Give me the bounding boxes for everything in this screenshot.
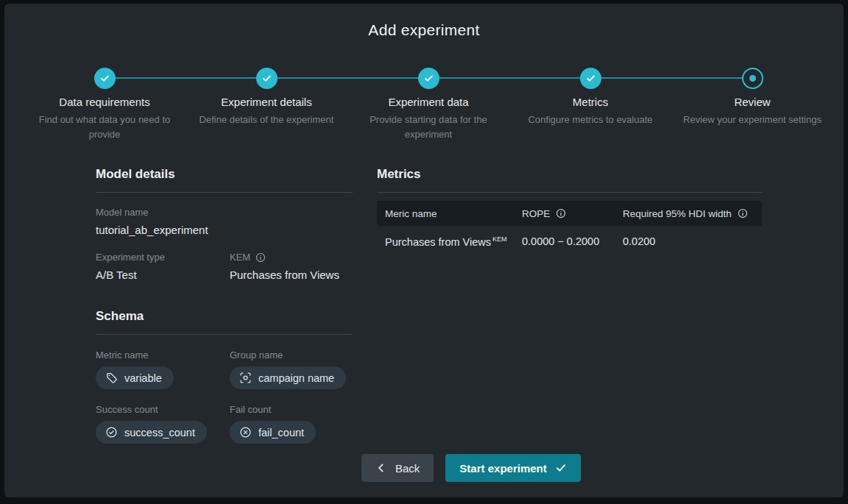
step-complete-icon bbox=[256, 68, 278, 89]
step-label: Review bbox=[734, 96, 770, 108]
metric-row-rope: 0.0000 − 0.2000 bbox=[522, 235, 623, 247]
wizard-footer: Back Start experiment bbox=[361, 454, 581, 482]
kem-superscript: KEM bbox=[492, 235, 507, 243]
page-title: Add experiment bbox=[4, 21, 844, 39]
check-circle-icon bbox=[105, 426, 118, 439]
info-icon[interactable] bbox=[556, 208, 566, 219]
column-hdi-width-label: Required 95% HDI width bbox=[623, 208, 732, 219]
fail-count-chip: fail_count bbox=[230, 421, 316, 444]
step-description: Provide starting data for the experiment bbox=[355, 113, 502, 141]
column-rope-label: ROPE bbox=[522, 208, 550, 219]
experiment-type-value: A/B Test bbox=[96, 269, 230, 281]
step-track bbox=[509, 67, 671, 89]
info-icon[interactable] bbox=[738, 208, 748, 219]
step-track bbox=[671, 67, 833, 89]
step-current-dot bbox=[749, 75, 756, 82]
column-metric-name-label: Meric name bbox=[385, 208, 437, 219]
metric-row-name: Purchases from ViewsKEM bbox=[385, 235, 522, 248]
step-label: Experiment data bbox=[388, 96, 468, 108]
experiment-type-label: Experiment type bbox=[96, 252, 230, 263]
back-button[interactable]: Back bbox=[361, 454, 434, 482]
step-complete-icon bbox=[580, 68, 601, 89]
step-review[interactable]: Review Review your experiment settings bbox=[671, 67, 833, 141]
schema-heading: Schema bbox=[96, 309, 353, 335]
start-experiment-button[interactable]: Start experiment bbox=[445, 454, 580, 482]
step-experiment-data[interactable]: Experiment data Provide starting data fo… bbox=[347, 67, 509, 141]
metrics-table-header: Meric name ROPE Required 95% HDI width bbox=[377, 201, 762, 226]
step-connector bbox=[671, 77, 742, 79]
metric-name-text: Purchases from Views bbox=[385, 235, 491, 247]
step-connector bbox=[439, 77, 510, 79]
step-label: Metrics bbox=[573, 96, 608, 108]
model-details-section: Model details Model name tutorial_ab_exp… bbox=[96, 167, 353, 444]
schema-section: Schema Metric name variable Group name c… bbox=[96, 309, 353, 444]
model-details-heading: Model details bbox=[96, 167, 353, 193]
check-icon bbox=[555, 462, 567, 474]
tag-icon bbox=[105, 372, 118, 384]
success-count-field: Success count success_count bbox=[96, 404, 230, 444]
metrics-table: Meric name ROPE Required 95% HDI width bbox=[377, 201, 762, 257]
column-rope: ROPE bbox=[522, 208, 623, 219]
metrics-section: Metrics Meric name ROPE Required 95% HDI… bbox=[377, 167, 762, 257]
stepper: Data requirements Find out what data you… bbox=[24, 67, 833, 141]
group-name-chip: campaign name bbox=[230, 366, 346, 389]
group-name-label: Group name bbox=[230, 349, 353, 361]
group-name-chip-label: campaign name bbox=[258, 372, 334, 384]
experiment-type-field: Experiment type A/B Test bbox=[96, 252, 230, 281]
kem-value: Purchases from Views bbox=[230, 269, 353, 281]
model-name-label: Model name bbox=[96, 207, 353, 218]
step-current-icon bbox=[742, 68, 763, 89]
step-connector bbox=[186, 77, 256, 79]
step-experiment-details[interactable]: Experiment details Define details of the… bbox=[186, 67, 347, 141]
step-description: Define details of the experiment bbox=[199, 113, 334, 127]
step-connector bbox=[763, 77, 834, 79]
info-icon[interactable] bbox=[255, 252, 266, 263]
model-name-field: Model name tutorial_ab_experiment bbox=[96, 207, 353, 236]
step-complete-icon bbox=[418, 68, 439, 89]
back-button-label: Back bbox=[395, 462, 420, 475]
add-experiment-modal: Add experiment Data requirements Find ou… bbox=[4, 4, 844, 497]
success-count-label: Success count bbox=[96, 404, 230, 415]
step-description: Review your experiment settings bbox=[683, 113, 822, 127]
step-track bbox=[186, 67, 347, 89]
metric-name-label: Metric name bbox=[96, 349, 230, 361]
kem-field: KEM Purchases from Views bbox=[230, 252, 353, 281]
metric-name-chip-label: variable bbox=[124, 372, 162, 384]
step-connector bbox=[509, 77, 580, 79]
fail-count-field: Fail count fail_count bbox=[230, 404, 353, 444]
start-experiment-label: Start experiment bbox=[459, 462, 546, 475]
step-connector bbox=[601, 77, 672, 79]
step-label: Data requirements bbox=[59, 96, 149, 108]
step-connector bbox=[24, 77, 94, 79]
metric-row-hdi: 0.0200 bbox=[623, 235, 762, 247]
step-metrics[interactable]: Metrics Configure metrics to evaluate bbox=[509, 67, 671, 141]
metrics-heading: Metrics bbox=[377, 167, 762, 193]
metric-name-field: Metric name variable bbox=[96, 349, 230, 389]
group-name-field: Group name campaign name bbox=[230, 349, 353, 389]
success-count-chip: success_count bbox=[96, 421, 207, 444]
kem-label: KEM bbox=[230, 252, 250, 263]
column-metric-name: Meric name bbox=[385, 208, 522, 219]
fail-count-chip-label: fail_count bbox=[258, 427, 304, 439]
step-track bbox=[24, 67, 186, 89]
object-group-icon bbox=[239, 372, 252, 384]
column-hdi-width: Required 95% HDI width bbox=[623, 208, 762, 219]
success-count-chip-label: success_count bbox=[124, 427, 195, 439]
step-description: Configure metrics to evaluate bbox=[528, 113, 652, 127]
step-label: Experiment details bbox=[221, 96, 311, 108]
step-description: Find out what data you need to provide bbox=[31, 113, 178, 141]
model-name-value: tutorial_ab_experiment bbox=[96, 224, 353, 236]
step-connector bbox=[116, 77, 186, 79]
table-row: Purchases from ViewsKEM 0.0000 − 0.2000 … bbox=[377, 226, 762, 257]
step-connector bbox=[347, 77, 418, 79]
chevron-left-icon bbox=[375, 462, 387, 474]
x-circle-icon bbox=[239, 426, 252, 439]
step-data-requirements[interactable]: Data requirements Find out what data you… bbox=[24, 67, 186, 141]
step-track bbox=[347, 67, 509, 89]
step-connector bbox=[278, 77, 348, 79]
fail-count-label: Fail count bbox=[230, 404, 353, 415]
step-complete-icon bbox=[94, 68, 116, 89]
metric-name-chip: variable bbox=[96, 366, 174, 389]
